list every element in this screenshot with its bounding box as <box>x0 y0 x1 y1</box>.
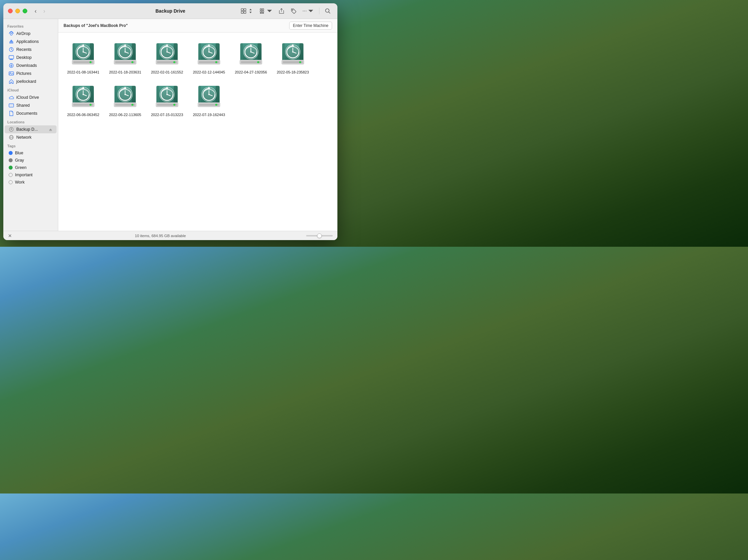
sidebar-item-tag-work[interactable]: Work <box>5 178 56 186</box>
backup-label-0: 2022-01-08-163441 <box>67 70 99 74</box>
sidebar-item-label: Network <box>16 135 31 140</box>
svg-point-140 <box>174 104 175 105</box>
svg-rect-8 <box>260 13 261 13</box>
svg-rect-7 <box>262 10 264 12</box>
backup-item-6[interactable]: 2022-06-06-063452 <box>65 82 101 119</box>
sidebar-item-label: Backup D... <box>16 127 38 132</box>
zoom-track <box>306 235 333 237</box>
backup-label-3: 2022-02-12-144045 <box>193 70 225 74</box>
sidebar-item-tag-green[interactable]: Green <box>5 164 56 171</box>
svg-rect-0 <box>241 9 243 10</box>
backup-icon <box>112 84 138 111</box>
statusbar-close-icon[interactable]: ✕ <box>8 233 12 239</box>
favorites-label: Favorites <box>3 22 58 30</box>
sidebar-item-pictures[interactable]: Pictures <box>5 70 56 77</box>
eject-icon[interactable] <box>49 127 52 131</box>
search-button[interactable] <box>323 7 333 15</box>
sidebar-item-label: AirDrop <box>16 31 30 36</box>
tags-label: Tags <box>3 141 58 149</box>
documents-icon <box>9 111 14 116</box>
forward-button[interactable]: › <box>41 7 47 15</box>
icloud-label: iCloud <box>3 86 58 93</box>
tag-icon <box>290 8 297 14</box>
sidebar-item-recents[interactable]: Recents <box>5 46 56 53</box>
icon-view-button[interactable] <box>239 7 256 15</box>
svg-rect-26 <box>49 130 52 131</box>
backup-item-2[interactable]: 2022-02-01-161552 <box>149 39 185 76</box>
sidebar-item-applications[interactable]: Applications <box>5 38 56 46</box>
enter-time-machine-button[interactable]: Enter Time Machine <box>289 22 332 30</box>
zoom-slider[interactable] <box>306 235 333 237</box>
sidebar-item-network[interactable]: Network <box>5 133 56 141</box>
backup-icon <box>280 41 306 68</box>
finder-window: ‹ › Backup Drive <box>3 3 337 240</box>
svg-rect-70 <box>198 43 201 62</box>
sidebar-item-desktop[interactable]: Desktop <box>5 53 56 62</box>
backup-label-9: 2022-07-19-162443 <box>193 113 225 117</box>
svg-point-101 <box>300 62 301 63</box>
svg-point-146 <box>166 94 168 95</box>
sidebar-item-shared[interactable]: Shared <box>5 101 56 109</box>
network-icon <box>9 135 14 140</box>
svg-rect-109 <box>73 86 75 104</box>
share-icon <box>279 8 284 14</box>
backup-item-4[interactable]: 2022-04-27-192056 <box>233 39 269 76</box>
backup-item-5[interactable]: 2022-05-18-235823 <box>275 39 311 76</box>
svg-point-94 <box>250 51 252 52</box>
backup-item-7[interactable]: 2022-06-22-113605 <box>107 82 143 119</box>
sidebar-item-tag-gray[interactable]: Gray <box>5 156 56 164</box>
svg-rect-31 <box>73 43 75 62</box>
backup-item-9[interactable]: 2022-07-19-162443 <box>191 82 227 119</box>
statusbar-info: 10 items, 684.95 GB available <box>15 234 306 238</box>
svg-point-153 <box>216 104 217 105</box>
important-tag-dot <box>9 173 13 177</box>
backup-icon <box>154 84 180 111</box>
backup-icon <box>70 84 96 111</box>
sidebar-item-documents[interactable]: Documents <box>5 109 56 117</box>
backup-item-3[interactable]: 2022-02-12-144045 <box>191 39 227 76</box>
group-view-button[interactable] <box>258 7 275 15</box>
backup-icon <box>154 41 180 68</box>
sidebar-item-backup-drive[interactable]: Backup D... <box>5 125 56 133</box>
blue-tag-dot <box>9 151 13 155</box>
svg-rect-83 <box>240 43 243 62</box>
sidebar-item-label: Pictures <box>16 71 31 76</box>
svg-point-42 <box>83 51 84 52</box>
sidebar-item-label: Documents <box>16 111 37 116</box>
backup-icon <box>196 41 222 68</box>
sidebar-item-tag-blue[interactable]: Blue <box>5 149 56 156</box>
svg-point-36 <box>90 62 91 63</box>
chevron-down-icon2 <box>308 8 314 14</box>
backup-icon <box>196 84 222 111</box>
close-button[interactable] <box>8 9 13 13</box>
sidebar-item-tag-important[interactable]: Important <box>5 171 56 178</box>
tag-button[interactable] <box>288 7 299 15</box>
backup-label-6: 2022-06-06-063452 <box>67 113 99 117</box>
backup-item-8[interactable]: 2022-07-15-013223 <box>149 82 185 119</box>
backup-icon <box>112 41 138 68</box>
minimize-button[interactable] <box>15 9 20 13</box>
more-button[interactable]: ··· <box>301 7 316 15</box>
svg-point-159 <box>208 94 210 95</box>
maximize-button[interactable] <box>23 9 27 13</box>
backup-label-1: 2022-01-18-203631 <box>109 70 141 74</box>
airdrop-icon <box>9 31 14 36</box>
svg-point-10 <box>292 10 293 10</box>
backup-item-0[interactable]: 2022-01-08-163441 <box>65 39 101 76</box>
sidebar-item-downloads[interactable]: Downloads <box>5 62 56 70</box>
svg-rect-96 <box>282 43 285 62</box>
shared-icon <box>9 103 14 108</box>
back-button[interactable]: ‹ <box>32 7 39 15</box>
sidebar-item-label: Work <box>15 180 25 185</box>
share-button[interactable] <box>277 7 286 15</box>
svg-point-49 <box>132 62 133 63</box>
backup-item-1[interactable]: 2022-01-18-203631 <box>107 39 143 76</box>
search-icon <box>325 8 331 14</box>
sidebar-item-airdrop[interactable]: AirDrop <box>5 30 56 38</box>
sidebar-item-icloud[interactable]: iCloud Drive <box>5 93 56 101</box>
svg-point-62 <box>174 62 175 63</box>
backup-icon <box>70 41 96 68</box>
sidebar-item-home[interactable]: joellockard <box>5 77 56 86</box>
svg-rect-2 <box>241 11 243 13</box>
svg-point-88 <box>258 62 259 63</box>
